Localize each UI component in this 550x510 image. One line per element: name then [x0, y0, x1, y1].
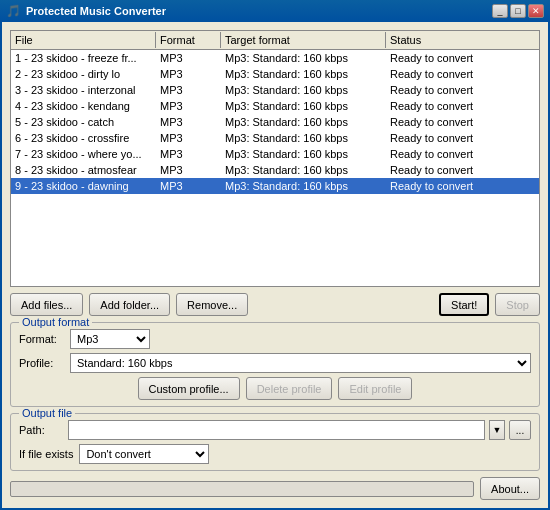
table-row[interactable]: 9 - 23 skidoo - dawning MP3 Mp3: Standar… [11, 178, 539, 194]
table-row[interactable]: 7 - 23 skidoo - where yo... MP3 Mp3: Sta… [11, 146, 539, 162]
output-format-section: Output format Format: Mp3 WAV OGG FLAC P… [10, 322, 540, 407]
cell-target: Mp3: Standard: 160 kbps [221, 99, 386, 113]
cell-status: Ready to convert [386, 83, 539, 97]
cell-format: MP3 [156, 51, 221, 65]
minimize-button[interactable]: _ [492, 4, 508, 18]
table-row[interactable]: 8 - 23 skidoo - atmosfear MP3 Mp3: Stand… [11, 162, 539, 178]
cell-format: MP3 [156, 115, 221, 129]
output-format-title: Output format [19, 316, 92, 328]
about-button[interactable]: About... [480, 477, 540, 500]
format-row: Format: Mp3 WAV OGG FLAC [19, 329, 531, 349]
table-row[interactable]: 3 - 23 skidoo - interzonal MP3 Mp3: Stan… [11, 82, 539, 98]
path-label: Path: [19, 424, 64, 436]
cell-format: MP3 [156, 99, 221, 113]
file-list-header: File Format Target format Status [11, 31, 539, 50]
format-select[interactable]: Mp3 WAV OGG FLAC [70, 329, 150, 349]
header-target: Target format [221, 32, 386, 48]
cell-target: Mp3: Standard: 160 kbps [221, 115, 386, 129]
cell-file: 9 - 23 skidoo - dawning [11, 179, 156, 193]
cell-file: 6 - 23 skidoo - crossfire [11, 131, 156, 145]
window-controls: _ □ ✕ [492, 4, 544, 18]
format-label: Format: [19, 333, 64, 345]
cell-status: Ready to convert [386, 51, 539, 65]
cell-status: Ready to convert [386, 131, 539, 145]
path-input[interactable] [68, 420, 485, 440]
remove-button[interactable]: Remove... [176, 293, 248, 316]
if-exists-label: If file exists [19, 448, 73, 460]
table-row[interactable]: 1 - 23 skidoo - freeze fr... MP3 Mp3: St… [11, 50, 539, 66]
file-action-buttons: Add files... Add folder... Remove... Sta… [10, 293, 540, 316]
bottom-row: About... [10, 477, 540, 500]
output-file-section: Output file Path: ▼ ... If file exists D… [10, 413, 540, 471]
cell-file: 3 - 23 skidoo - interzonal [11, 83, 156, 97]
file-list-container: File Format Target format Status 1 - 23 … [10, 30, 540, 287]
cell-status: Ready to convert [386, 115, 539, 129]
table-row[interactable]: 5 - 23 skidoo - catch MP3 Mp3: Standard:… [11, 114, 539, 130]
cell-format: MP3 [156, 163, 221, 177]
path-dropdown-button[interactable]: ▼ [489, 420, 505, 440]
cell-target: Mp3: Standard: 160 kbps [221, 179, 386, 193]
table-row[interactable]: 4 - 23 skidoo - kendang MP3 Mp3: Standar… [11, 98, 539, 114]
file-list-body[interactable]: 1 - 23 skidoo - freeze fr... MP3 Mp3: St… [11, 50, 539, 283]
browse-button[interactable]: ... [509, 420, 531, 440]
cell-status: Ready to convert [386, 163, 539, 177]
header-status: Status [386, 32, 539, 48]
table-row[interactable]: 6 - 23 skidoo - crossfire MP3 Mp3: Stand… [11, 130, 539, 146]
stop-button[interactable]: Stop [495, 293, 540, 316]
header-file: File [11, 32, 156, 48]
cell-format: MP3 [156, 179, 221, 193]
cell-format: MP3 [156, 147, 221, 161]
profile-select[interactable]: Standard: 160 kbps High: 320 kbps Low: 1… [70, 353, 531, 373]
if-exists-select[interactable]: Don't convert Overwrite Add number [79, 444, 209, 464]
if-exists-row: If file exists Don't convert Overwrite A… [19, 444, 531, 464]
progress-bar [10, 481, 474, 497]
add-files-button[interactable]: Add files... [10, 293, 83, 316]
cell-format: MP3 [156, 131, 221, 145]
close-button[interactable]: ✕ [528, 4, 544, 18]
cell-status: Ready to convert [386, 179, 539, 193]
edit-profile-button[interactable]: Edit profile [338, 377, 412, 400]
cell-target: Mp3: Standard: 160 kbps [221, 163, 386, 177]
profile-row: Profile: Standard: 160 kbps High: 320 kb… [19, 353, 531, 373]
cell-status: Ready to convert [386, 67, 539, 81]
maximize-button[interactable]: □ [510, 4, 526, 18]
cell-file: 2 - 23 skidoo - dirty lo [11, 67, 156, 81]
table-row[interactable]: 2 - 23 skidoo - dirty lo MP3 Mp3: Standa… [11, 66, 539, 82]
custom-profile-button[interactable]: Custom profile... [138, 377, 240, 400]
cell-target: Mp3: Standard: 160 kbps [221, 83, 386, 97]
app-icon: 🎵 [6, 4, 21, 18]
cell-file: 7 - 23 skidoo - where yo... [11, 147, 156, 161]
cell-file: 1 - 23 skidoo - freeze fr... [11, 51, 156, 65]
title-bar: 🎵 Protected Music Converter _ □ ✕ [0, 0, 550, 22]
cell-status: Ready to convert [386, 99, 539, 113]
output-file-title: Output file [19, 407, 75, 419]
cell-target: Mp3: Standard: 160 kbps [221, 51, 386, 65]
profile-label: Profile: [19, 357, 64, 369]
cell-target: Mp3: Standard: 160 kbps [221, 131, 386, 145]
app-title: Protected Music Converter [26, 5, 166, 17]
delete-profile-button[interactable]: Delete profile [246, 377, 333, 400]
profile-buttons: Custom profile... Delete profile Edit pr… [19, 377, 531, 400]
add-folder-button[interactable]: Add folder... [89, 293, 170, 316]
cell-file: 4 - 23 skidoo - kendang [11, 99, 156, 113]
main-window: File Format Target format Status 1 - 23 … [0, 22, 550, 510]
cell-target: Mp3: Standard: 160 kbps [221, 67, 386, 81]
cell-status: Ready to convert [386, 147, 539, 161]
cell-format: MP3 [156, 67, 221, 81]
cell-target: Mp3: Standard: 160 kbps [221, 147, 386, 161]
start-button[interactable]: Start! [439, 293, 489, 316]
header-format: Format [156, 32, 221, 48]
path-row: Path: ▼ ... [19, 420, 531, 440]
cell-file: 5 - 23 skidoo - catch [11, 115, 156, 129]
cell-format: MP3 [156, 83, 221, 97]
cell-file: 8 - 23 skidoo - atmosfear [11, 163, 156, 177]
